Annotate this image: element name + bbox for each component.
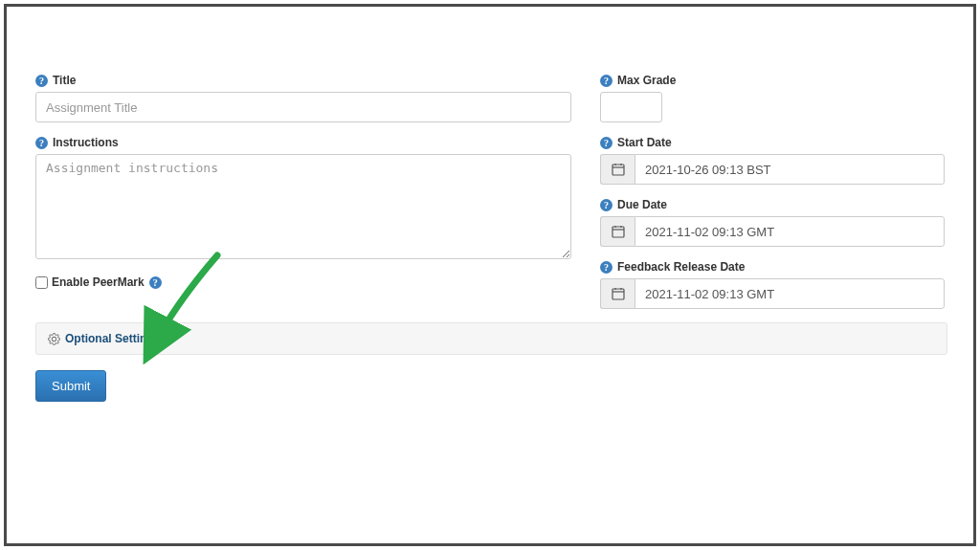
peermark-label: Enable PeerMark: [52, 275, 145, 289]
left-column: ? Title ? Instructions Enable PeerMark ?: [35, 74, 571, 322]
help-icon[interactable]: ?: [35, 137, 48, 149]
instructions-label-text: Instructions: [53, 136, 119, 149]
bottom-section: Optional Settings Submit: [35, 322, 947, 402]
help-icon[interactable]: ?: [600, 261, 612, 274]
peermark-checkbox[interactable]: [35, 276, 48, 289]
title-label-text: Title: [53, 74, 76, 87]
instructions-textarea[interactable]: [35, 154, 571, 259]
feedbackdate-label-text: Feedback Release Date: [617, 260, 745, 274]
submit-button[interactable]: Submit: [35, 370, 106, 402]
startdate-label-text: Start Date: [617, 136, 672, 149]
startdate-input[interactable]: [635, 154, 945, 185]
duedate-label: ? Due Date: [600, 198, 945, 211]
duedate-input-group: [600, 216, 945, 247]
maxgrade-group: ? Max Grade: [600, 74, 945, 122]
feedbackdate-group: ? Feedback Release Date: [600, 260, 945, 309]
feedbackdate-label: ? Feedback Release Date: [600, 260, 945, 274]
instructions-label: ? Instructions: [35, 136, 571, 149]
instructions-group: ? Instructions: [35, 136, 571, 262]
help-icon[interactable]: ?: [149, 276, 162, 289]
feedbackdate-input[interactable]: [635, 278, 945, 309]
duedate-input[interactable]: [635, 216, 945, 247]
calendar-icon[interactable]: [600, 216, 635, 247]
gear-icon: [48, 333, 60, 345]
help-icon[interactable]: ?: [35, 75, 48, 87]
form-panel: ? Title ? Instructions Enable PeerMark ?: [4, 4, 976, 546]
startdate-input-group: [600, 154, 945, 185]
form-columns: ? Title ? Instructions Enable PeerMark ?: [35, 74, 945, 322]
title-input[interactable]: [35, 92, 571, 122]
startdate-label: ? Start Date: [600, 136, 945, 149]
optional-settings-label: Optional Settings: [65, 332, 160, 345]
svg-rect-0: [612, 165, 624, 175]
help-icon[interactable]: ?: [600, 199, 612, 211]
title-label: ? Title: [35, 74, 571, 87]
startdate-group: ? Start Date: [600, 136, 945, 185]
maxgrade-input[interactable]: [600, 92, 662, 122]
optional-settings-toggle[interactable]: Optional Settings: [35, 322, 947, 355]
duedate-group: ? Due Date: [600, 198, 945, 247]
help-icon[interactable]: ?: [600, 137, 612, 149]
help-icon[interactable]: ?: [600, 75, 612, 87]
right-column: ? Max Grade ? Start Date: [600, 74, 945, 322]
svg-rect-8: [612, 289, 624, 299]
peermark-group: Enable PeerMark ?: [35, 275, 571, 289]
title-group: ? Title: [35, 74, 571, 122]
duedate-label-text: Due Date: [617, 198, 667, 211]
calendar-icon[interactable]: [600, 154, 635, 185]
feedbackdate-input-group: [600, 278, 945, 309]
maxgrade-label: ? Max Grade: [600, 74, 945, 87]
maxgrade-label-text: Max Grade: [617, 74, 676, 87]
svg-rect-4: [612, 227, 624, 237]
calendar-icon[interactable]: [600, 278, 635, 309]
